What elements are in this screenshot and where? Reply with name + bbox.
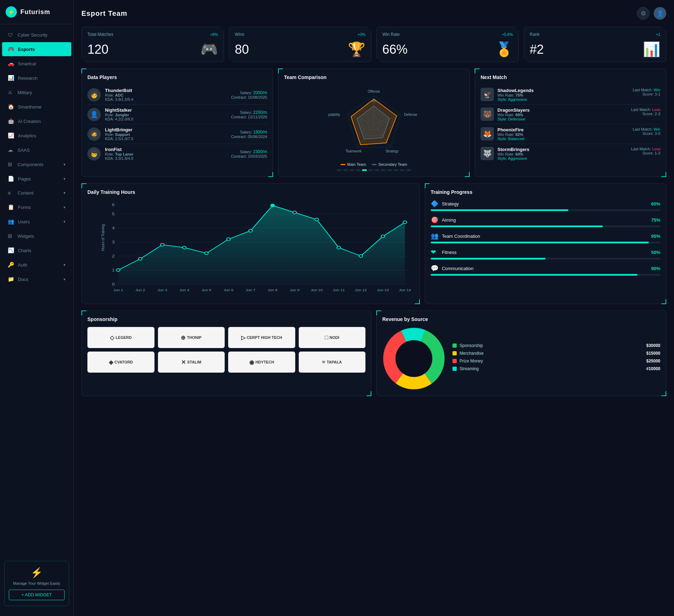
opponent-win-rate-1: Win Rate: 68% — [497, 113, 628, 117]
stat-label-1: Wins — [235, 32, 244, 37]
sidebar-item-smarthome[interactable]: 🏠 Smarthome — [2, 100, 71, 114]
sponsor-name-7: TAPALA — [327, 360, 342, 364]
player-row-2: 🧔 LightBringer Role: Support KDA: 2.5/1.… — [87, 124, 267, 144]
sidebar-item-pages[interactable]: 📄 Pages ▾ — [2, 172, 71, 186]
last-match-label-0: Last Match: Win — [633, 88, 660, 92]
chart-dot — [375, 169, 379, 171]
add-widget-button[interactable]: + ADD WIDGET — [9, 590, 65, 600]
match-score-0: Score: 3-1 — [633, 92, 660, 96]
sidebar-item-esports[interactable]: 🎮 Esports — [2, 42, 71, 56]
sponsor-card-5: ✕STALIM — [158, 352, 225, 373]
match-result-1: Loss — [652, 107, 660, 112]
revenue-legend-item-1: Merchandise $15000 — [452, 351, 660, 356]
progress-bar-fill-0 — [431, 209, 569, 211]
sidebar-item-forms[interactable]: 📋 Forms ▾ — [2, 200, 71, 214]
progress-pct-4: 90% — [651, 266, 660, 271]
players-list: 🧑 ThunderBolt Role: ADC KDA: 3.8/1.5/5.4… — [87, 85, 267, 163]
stat-card-2: Win Rate +5.6% 66% 🏅 — [376, 27, 519, 62]
donut-svg — [382, 327, 445, 390]
progress-pct-3: 50% — [651, 250, 660, 255]
page-header: Esport Team ⚙ 👤 — [81, 7, 666, 20]
sidebar-item-charts[interactable]: 📉 Charts — [2, 243, 71, 257]
sponsor-name-3: NODI — [330, 335, 339, 340]
player-info-1: NightStalker Role: Jungler KDA: 4.2/2.0/… — [105, 107, 227, 121]
svg-text:Jun 5: Jun 5 — [201, 288, 211, 292]
sidebar-item-research[interactable]: 📊 Research — [2, 71, 71, 85]
sidebar-item-users[interactable]: 👥 Users ▾ — [2, 215, 71, 229]
player-salary-label-3: Salary: 2300/m — [231, 149, 267, 154]
stat-change-1: +3% — [358, 32, 365, 37]
secondary-team-legend: Secondary Team — [372, 162, 407, 166]
revenue-legend-color-0 — [452, 343, 457, 348]
nav-label-content: Content — [18, 190, 34, 196]
sponsor-name-5: STALIM — [187, 360, 201, 364]
sponsor-card-6: ◉HDYTECH — [228, 352, 295, 373]
player-avatar-1: 👤 — [87, 108, 101, 121]
team-comparison-panel: Team Comparison — [278, 68, 470, 177]
training-row: Daily Training Hours Hours of Training 0… — [81, 183, 666, 304]
chart-dot-active[interactable] — [362, 169, 367, 171]
sidebar-item-smartcar[interactable]: 🚗 Smartcar — [2, 57, 71, 71]
sidebar-item-military[interactable]: ⚔ Military — [2, 85, 71, 99]
progress-icon-2: 👥 — [431, 232, 439, 240]
svg-text:Jun 6: Jun 6 — [224, 288, 233, 292]
progress-icon-3: ❤ — [431, 248, 439, 256]
player-info-0: ThunderBolt Role: ADC KDA: 3.8/1.5/5.4 — [105, 88, 227, 101]
sidebar-item-content[interactable]: ≡ Content ▾ — [2, 186, 71, 200]
nav-label-auth: Auth — [18, 262, 27, 268]
user-avatar[interactable]: 👤 — [654, 7, 666, 20]
sidebar-item-saas[interactable]: ☁ SAAS — [2, 143, 71, 157]
opponent-row-3: 🐺 StormBringers Win Rate: 60% Style: Agg… — [481, 144, 660, 163]
sidebar-item-docs[interactable]: 📁 Docs ▾ — [2, 272, 71, 286]
sponsor-icon-3: □ — [325, 334, 328, 341]
sidebar-item-components[interactable]: ⊞ Components ▾ — [2, 157, 71, 171]
svg-text:5: 5 — [112, 212, 115, 216]
progress-pct-0: 60% — [651, 201, 660, 207]
sidebar-item-widgets[interactable]: ⊞ Widgets — [2, 229, 71, 243]
svg-point-38 — [293, 211, 296, 214]
sponsorship-panel: Sponsorship ◇LEGERD⊕THONIP▷CERPT HIGH TE… — [81, 310, 371, 396]
stat-value-0: 120 — [87, 42, 108, 57]
svg-text:3: 3 — [112, 240, 115, 244]
logo[interactable]: ⚡ Futurism — [0, 0, 73, 24]
progress-label-0: Strategy — [442, 201, 648, 207]
training-progress-panel: Training Progress 🔷 Strategy 60% 🎯 Aimin… — [425, 183, 666, 304]
nav-label-saas: SAAS — [18, 148, 30, 153]
training-svg: 0 1 2 3 4 5 6 — [105, 200, 414, 298]
stat-body-2: 66% 🏅 — [382, 41, 513, 58]
opponents-list: 🦅 ShadowLegends Win Rate: 75% Style: Agg… — [481, 85, 660, 163]
svg-point-37 — [271, 204, 275, 207]
chart-dot — [400, 169, 405, 171]
nav-label-users: Users — [18, 219, 30, 224]
svg-text:Jun 4: Jun 4 — [179, 288, 189, 292]
stat-card-header-3: Rank +1 — [530, 32, 660, 37]
nav-label-docs: Docs — [18, 277, 28, 282]
stat-body-0: 120 🎮 — [87, 41, 218, 58]
stat-card-3: Rank +1 #2 📊 — [524, 27, 666, 62]
stat-change-3: +1 — [656, 32, 660, 37]
progress-item-0: 🔷 Strategy 60% — [431, 200, 660, 211]
settings-button[interactable]: ⚙ — [637, 7, 649, 20]
main-team-label: Main Team — [347, 162, 366, 166]
player-role-0: Role: ADC — [105, 93, 227, 97]
sponsor-card-2: ▷CERPT HIGH TECH — [228, 327, 295, 348]
player-contract-3: Salary: 2300/m Contract: 10/03/2025 — [231, 149, 267, 158]
sidebar-item-analytics[interactable]: 📈 Analytics — [2, 129, 71, 143]
player-salary-1: 2200/m — [253, 110, 267, 115]
sponsor-icon-2: ▷ — [241, 334, 245, 341]
nav-icon-pages: 📄 — [8, 176, 14, 182]
player-salary-3: 2300/m — [253, 149, 267, 154]
progress-header-0: 🔷 Strategy 60% — [431, 200, 660, 208]
opponent-name-0: ShadowLegends — [497, 88, 629, 93]
player-avatar-0: 🧑 — [87, 88, 101, 101]
progress-item-2: 👥 Team Coordination 95% — [431, 232, 660, 243]
nav-icon-components: ⊞ — [8, 161, 14, 168]
revenue-item-label-3: Streaming — [460, 366, 479, 371]
nav-icon-military: ⚔ — [8, 89, 14, 96]
sidebar-item-ai-creation[interactable]: 🤖 AI Creation — [2, 114, 71, 128]
svg-text:Jun 1: Jun 1 — [113, 288, 123, 292]
sidebar-item-auth[interactable]: 🔑 Auth ▾ — [2, 258, 71, 272]
sponsor-icon-6: ◉ — [249, 359, 254, 366]
sidebar-item-cyber-security[interactable]: 🛡 Cyber Security — [2, 28, 71, 42]
nav-icon-saas: ☁ — [8, 147, 14, 153]
